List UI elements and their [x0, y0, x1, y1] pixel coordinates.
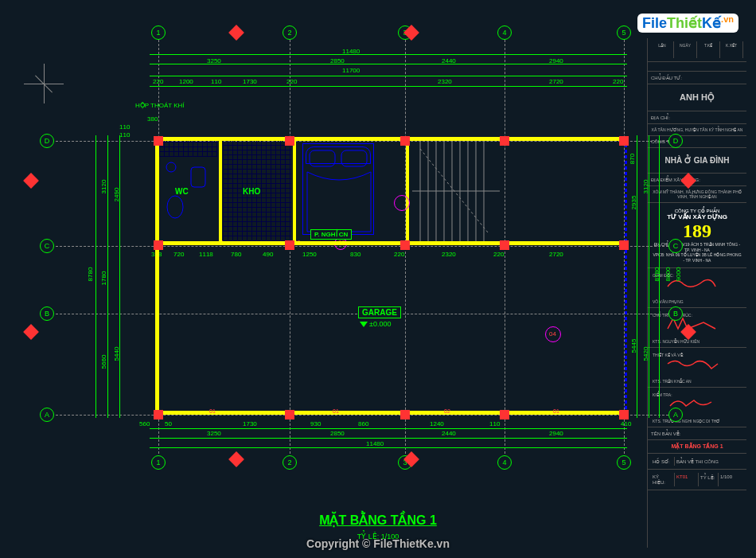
watermark-logo: FileThiếtKế.vn [637, 14, 738, 32]
column [154, 240, 163, 250]
column [285, 136, 294, 146]
section-mark-top [228, 25, 244, 41]
drawing-title: MẶT BẰNG TẦNG 1 [319, 513, 437, 528]
dim-left-r1: 5440 [113, 347, 120, 361]
section-mark-bot [228, 451, 244, 467]
grid-bubble-1-top: 1 [151, 25, 166, 40]
dim-ik3: 780 [231, 251, 241, 258]
dim-line-bot3 [150, 447, 627, 448]
dim-sub-1: 1200 [179, 78, 193, 85]
dim-left-ov: 5660 [100, 355, 107, 369]
dim-b-c2: 2440 [442, 430, 456, 437]
column [154, 136, 163, 146]
column [285, 240, 294, 250]
dim-b-c3: 2940 [549, 430, 563, 437]
wall-wc-kho [219, 137, 222, 243]
dim-b-s3: 930 [310, 420, 321, 427]
signature-checker: KIỂM TRA: KTS. TRƯƠNG NGHI NGỌC DI THƠ [648, 388, 746, 427]
dim-b-s0: 560 [139, 420, 150, 427]
label-garage: GARAGE [358, 306, 401, 318]
svg-rect-1 [191, 167, 205, 187]
grid-bubble-4-top: 4 [497, 25, 512, 40]
svg-point-2 [166, 162, 176, 172]
column [619, 136, 629, 146]
wall-east-dashed [625, 137, 627, 415]
dim-ik8: 2320 [442, 251, 456, 258]
wall-pn-stair [406, 137, 409, 243]
dim-r-s1: 2935 [630, 196, 637, 210]
addr-label: ĐỊA CHỈ: [648, 111, 746, 124]
addr-text: XÃ TÂN HƯƠNG, HUYỆN TÂN KỲ TỈNH NGHỆ AN [648, 124, 746, 136]
grid-bubble-2-top: 2 [283, 25, 297, 40]
level-mark: ±0.000 [360, 320, 391, 328]
dim-sub-5: 2320 [438, 78, 452, 85]
dim-left-total: 8780 [87, 267, 94, 282]
title-block: LẦNNGÀYT.KẾK.XẾT CHỦ ĐẦU TƯ: ANH HỘ ĐỊA … [647, 38, 746, 548]
svg-rect-4 [341, 150, 367, 166]
dim-line-right2 [649, 135, 649, 418]
crosshair-cursor [24, 64, 64, 103]
dim-left-s0: 2490 [113, 188, 120, 202]
rev-row [648, 62, 746, 72]
grid-bubble-5-bot: 5 [617, 455, 631, 470]
grid-bubble-1-bot: 1 [151, 455, 166, 470]
column [400, 240, 410, 250]
column [500, 136, 509, 146]
owner-label: CHỦ ĐẦU TƯ: [648, 72, 746, 84]
dim-ik10: 2720 [549, 251, 563, 258]
dim-sub-7: 220 [613, 78, 623, 85]
grid-bubble-4-bot: 4 [497, 455, 512, 470]
dim-ik6: 830 [350, 251, 360, 258]
stair [412, 141, 500, 241]
dim-ik4: 490 [263, 251, 273, 258]
copyright-text: Copyright © FileThietKe.vn [306, 537, 450, 550]
owner-name: ANH HỘ [648, 84, 746, 111]
site-text: XÓM MỸ THÀNH, XÃ HƯNG ĐÔNG THÀNH PHỐ VIN… [648, 186, 746, 203]
dim-line-right1 [637, 135, 637, 418]
dim-r-total: 8780 [653, 267, 661, 282]
wall-tag-02: 02 [444, 408, 450, 414]
column [619, 240, 629, 250]
dim-sub-2: 110 [211, 78, 221, 85]
label-wc: WC [175, 187, 189, 196]
grid-bubble-d-left: D [40, 134, 54, 148]
label-pnghi: P. NGHỈ CN [310, 229, 352, 240]
dim-b-c1: 2850 [330, 430, 345, 437]
dim-sub-3: 1730 [243, 78, 257, 85]
dim-line-left3 [119, 135, 120, 418]
column [500, 240, 509, 250]
code-row: KÝ HIỆU: KT01 TỶ LỆ: 1/100 [648, 470, 746, 490]
grid-bubble-2-bot: 2 [283, 455, 297, 470]
column [400, 410, 410, 419]
column [400, 136, 410, 146]
revision-header: LẦNNGÀYT.KẾK.XẾT [648, 38, 746, 62]
dim-left-r0: 3120 [100, 180, 107, 194]
section-mark-left [23, 173, 39, 189]
bed-icon [302, 143, 374, 235]
wall-tag-01c: 01 [553, 408, 559, 414]
dim-b-s6: 110 [489, 420, 500, 427]
wall-tag-01b: 01 [333, 408, 339, 414]
project-label: CÔNG TRÌNH: [648, 136, 746, 148]
drawing-name: MẶT BẰNG TẦNG 1 [648, 440, 746, 454]
grid-bubble-c-left: C [40, 239, 54, 253]
svg-point-0 [167, 196, 183, 218]
grid-bubble-a-left: A [40, 408, 54, 422]
dim-r-s2: 5445 [630, 339, 637, 353]
dim-ik5: 1250 [302, 251, 317, 258]
dim-ls2: 380 [147, 115, 158, 123]
wm-file: File [642, 15, 667, 31]
column [500, 410, 509, 419]
dim-ls0: 110 [119, 123, 130, 131]
grid-bubble-a-right: A [668, 408, 683, 422]
column [619, 410, 629, 419]
site-label: ĐỊA ĐIỂM XÂY DỰNG: [648, 174, 746, 186]
hatch-wc-top [159, 141, 217, 157]
dim-r-r1: 5420 [642, 347, 649, 361]
svg-rect-3 [310, 150, 335, 166]
dim-b-c0: 3250 [207, 430, 221, 437]
wm-vn: .vn [721, 14, 734, 24]
dim-b-s1: 50 [165, 420, 172, 427]
wall-kho-pn [293, 137, 296, 243]
dim-line-top4 [150, 86, 627, 87]
